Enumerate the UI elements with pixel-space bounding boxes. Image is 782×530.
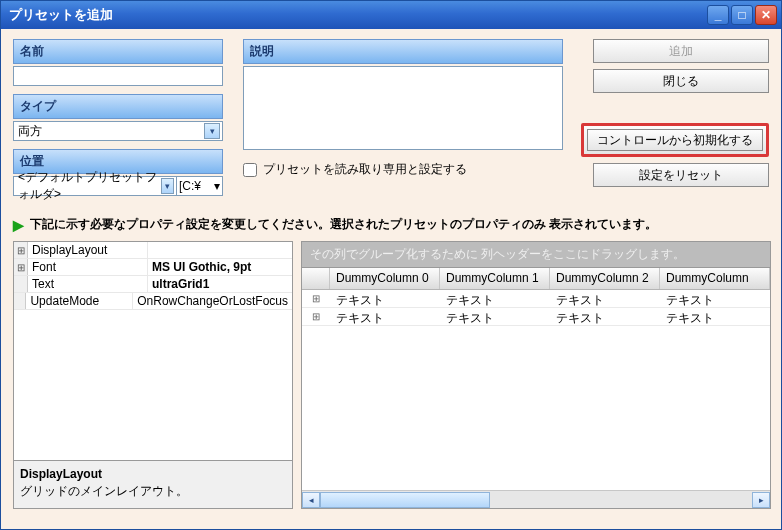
titlebar: プリセットを追加 _ □ ✕ <box>1 1 781 29</box>
scroll-thumb[interactable] <box>320 492 490 508</box>
table-cell[interactable]: テキスト <box>550 308 660 325</box>
property-value[interactable]: OnRowChangeOrLostFocus <box>133 293 292 309</box>
name-label: 名前 <box>13 39 223 64</box>
column-header[interactable]: DummyColumn 2 <box>550 268 660 289</box>
property-row[interactable]: TextultraGrid1 <box>14 276 292 293</box>
table-cell[interactable]: テキスト <box>660 308 770 325</box>
expand-icon[interactable]: ⊞ <box>302 290 330 307</box>
table-cell[interactable]: テキスト <box>330 308 440 325</box>
groupby-area[interactable]: その列でグループ化するために 列ヘッダーをここにドラッグします。 <box>302 242 770 268</box>
type-combo[interactable]: 両方 ▾ <box>13 121 223 141</box>
description-label: 説明 <box>243 39 563 64</box>
data-grid[interactable]: その列でグループ化するために 列ヘッダーをここにドラッグします。 DummyCo… <box>301 241 771 509</box>
property-name: Text <box>28 276 148 292</box>
row-selector-header <box>302 268 330 289</box>
close-button[interactable]: 閉じる <box>593 69 769 93</box>
scroll-track[interactable] <box>320 492 752 508</box>
property-row[interactable]: UpdateModeOnRowChangeOrLostFocus <box>14 293 292 310</box>
play-icon: ▶ <box>13 217 24 233</box>
propdesc-name: DisplayLayout <box>20 467 286 481</box>
name-input[interactable] <box>13 66 223 86</box>
property-description: DisplayLayout グリッドのメインレイアウト。 <box>14 460 292 508</box>
init-from-control-highlight: コントロールから初期化する <box>581 123 769 157</box>
chevron-down-icon: ▾ <box>214 179 220 193</box>
table-cell[interactable]: テキスト <box>330 290 440 307</box>
table-cell[interactable]: テキスト <box>440 308 550 325</box>
scroll-right-icon[interactable]: ▸ <box>752 492 770 508</box>
table-row[interactable]: ⊞テキストテキストテキストテキスト <box>302 308 770 326</box>
instruction-text: 下記に示す必要なプロパティ設定を変更してください。選択されたプリセットのプロパテ… <box>30 216 657 233</box>
propdesc-text: グリッドのメインレイアウト。 <box>20 483 286 500</box>
column-header[interactable]: DummyColumn 0 <box>330 268 440 289</box>
location-value: <デフォルトプリセットフォルダ> <box>18 169 161 203</box>
init-from-control-button[interactable]: コントロールから初期化する <box>587 129 763 151</box>
property-row[interactable]: ⊞DisplayLayout <box>14 242 292 259</box>
table-row[interactable]: ⊞テキストテキストテキストテキスト <box>302 290 770 308</box>
dialog-window: プリセットを追加 _ □ ✕ 名前 タイプ 両方 ▾ <box>0 0 782 530</box>
window-buttons: _ □ ✕ <box>707 5 777 25</box>
close-window-button[interactable]: ✕ <box>755 5 777 25</box>
location-path[interactable]: [C:¥ ▾ <box>177 176 223 196</box>
add-button[interactable]: 追加 <box>593 39 769 63</box>
column-header[interactable]: DummyColumn <box>660 268 770 289</box>
property-value[interactable]: MS UI Gothic, 9pt <box>148 259 292 275</box>
readonly-checkbox[interactable] <box>243 163 257 177</box>
maximize-button[interactable]: □ <box>731 5 753 25</box>
chevron-down-icon: ▾ <box>204 123 220 139</box>
property-value[interactable]: ultraGrid1 <box>148 276 292 292</box>
chevron-down-icon: ▾ <box>161 178 174 194</box>
horizontal-scrollbar[interactable]: ◂ ▸ <box>302 490 770 508</box>
property-name: DisplayLayout <box>28 242 148 258</box>
property-name: UpdateMode <box>26 293 133 309</box>
window-title: プリセットを追加 <box>9 6 113 24</box>
property-name: Font <box>28 259 148 275</box>
property-grid[interactable]: ⊞DisplayLayout⊞FontMS UI Gothic, 9ptText… <box>13 241 293 509</box>
expand-icon <box>14 276 28 292</box>
property-row[interactable]: ⊞FontMS UI Gothic, 9pt <box>14 259 292 276</box>
property-value[interactable] <box>148 242 292 258</box>
minimize-button[interactable]: _ <box>707 5 729 25</box>
location-combo[interactable]: <デフォルトプリセットフォルダ> ▾ <box>13 176 177 196</box>
expand-icon[interactable]: ⊞ <box>14 242 28 258</box>
table-cell[interactable]: テキスト <box>440 290 550 307</box>
readonly-label: プリセットを読み取り専用と設定する <box>263 161 467 178</box>
type-value: 両方 <box>18 123 42 140</box>
content-area: 名前 タイプ 両方 ▾ 位置 <デフォルトプリセットフォルダ> ▾ <box>1 29 781 529</box>
expand-icon <box>14 293 26 309</box>
column-header[interactable]: DummyColumn 1 <box>440 268 550 289</box>
table-cell[interactable]: テキスト <box>550 290 660 307</box>
expand-icon[interactable]: ⊞ <box>14 259 28 275</box>
scroll-left-icon[interactable]: ◂ <box>302 492 320 508</box>
expand-icon[interactable]: ⊞ <box>302 308 330 325</box>
description-textarea[interactable] <box>243 66 563 150</box>
instruction-row: ▶ 下記に示す必要なプロパティ設定を変更してください。選択されたプリセットのプロ… <box>13 216 769 233</box>
table-cell[interactable]: テキスト <box>660 290 770 307</box>
type-label: タイプ <box>13 94 223 119</box>
reset-settings-button[interactable]: 設定をリセット <box>593 163 769 187</box>
